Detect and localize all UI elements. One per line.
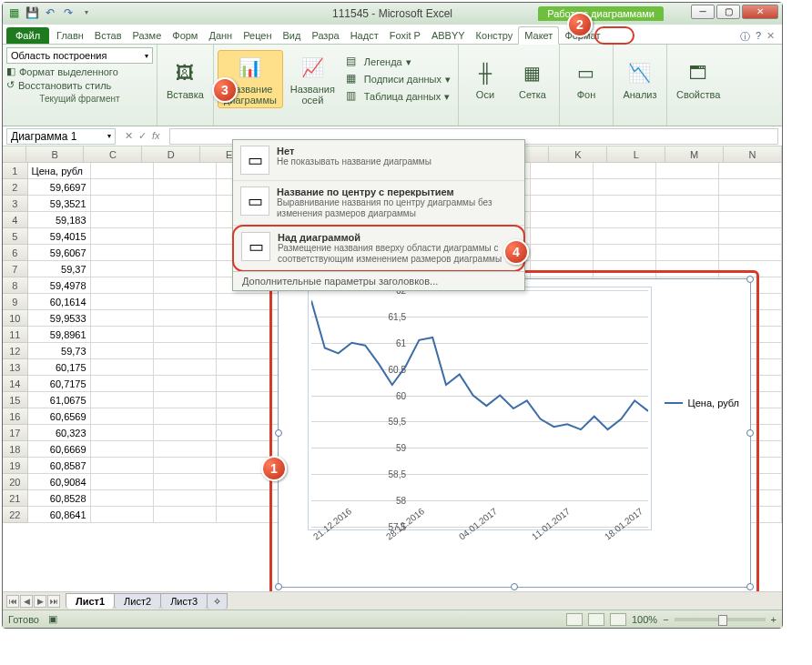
row-header[interactable]: 7 (3, 261, 28, 277)
cell[interactable] (154, 425, 217, 441)
cell[interactable] (154, 196, 217, 212)
row-header[interactable]: 4 (3, 212, 28, 228)
cell[interactable] (91, 179, 154, 196)
cell[interactable] (531, 228, 594, 245)
cell[interactable] (719, 212, 782, 228)
cell[interactable]: 60,6669 (28, 441, 91, 458)
sheet-nav-next[interactable]: ▶ (34, 595, 46, 608)
cell[interactable] (91, 376, 154, 392)
cell[interactable] (91, 245, 154, 261)
cell[interactable] (656, 179, 719, 196)
cell[interactable]: 59,4015 (28, 228, 91, 245)
resize-handle[interactable] (746, 276, 754, 283)
tab-abbyy[interactable]: ABBYY (426, 27, 471, 44)
cell[interactable] (154, 376, 217, 392)
axes-button[interactable]: ╫Оси (462, 56, 508, 102)
cell[interactable]: 60,323 (28, 425, 91, 441)
axis-titles-button[interactable]: 📈 Названия осей (285, 51, 340, 107)
cell[interactable] (719, 179, 782, 196)
sheet-tab-1[interactable]: Лист1 (66, 593, 115, 609)
row-header[interactable]: 11 (3, 327, 28, 343)
resize-handle[interactable] (275, 583, 282, 590)
cell[interactable] (91, 212, 154, 228)
cell[interactable] (154, 310, 217, 327)
reset-style-button[interactable]: ↺Восстановить стиль (6, 79, 153, 91)
cell[interactable] (531, 179, 594, 196)
cancel-icon[interactable]: ✕ (125, 130, 133, 142)
insert-button[interactable]: 🖼 Вставка (161, 56, 209, 102)
row-header[interactable]: 16 (3, 408, 28, 425)
cell[interactable] (656, 228, 719, 245)
analysis-button[interactable]: 📉Анализ (617, 56, 663, 102)
cell[interactable]: 59,6067 (28, 245, 91, 261)
cell[interactable] (91, 507, 154, 523)
ribbon-minimize-icon[interactable]: ⓘ (740, 30, 750, 44)
help-icon[interactable]: ? (756, 30, 761, 44)
minimize-button[interactable]: ─ (691, 5, 715, 19)
cell[interactable] (91, 392, 154, 408)
cell[interactable] (91, 408, 154, 425)
col-D[interactable]: D (142, 146, 200, 162)
row-header[interactable]: 21 (3, 490, 28, 507)
cell[interactable] (531, 245, 594, 261)
cell[interactable] (154, 261, 217, 277)
view-page-break[interactable] (610, 613, 626, 626)
chart-element-selector[interactable]: Область построения ▾ (6, 47, 153, 64)
sheet-nav-prev[interactable]: ◀ (20, 595, 33, 608)
cell[interactable] (91, 343, 154, 359)
cell[interactable] (154, 392, 217, 408)
tab-formulas[interactable]: Форм (167, 27, 203, 44)
col-C[interactable]: C (84, 146, 142, 162)
row-header[interactable]: 8 (3, 277, 28, 294)
row-header[interactable]: 9 (3, 294, 28, 310)
cell[interactable] (217, 376, 279, 392)
cell[interactable] (91, 310, 154, 327)
cell[interactable] (719, 163, 782, 179)
cell[interactable] (154, 212, 217, 228)
cell[interactable] (217, 425, 279, 441)
row-header[interactable]: 19 (3, 458, 28, 474)
cell[interactable] (154, 490, 217, 507)
file-tab[interactable]: Файл (6, 27, 49, 44)
tab-view[interactable]: Вид (278, 27, 307, 44)
view-page-layout[interactable] (588, 613, 604, 626)
resize-handle[interactable] (746, 583, 754, 590)
cell[interactable]: 61,0675 (28, 392, 91, 408)
select-all-corner[interactable] (3, 146, 26, 162)
cell[interactable] (531, 163, 594, 179)
enter-icon[interactable]: ✓ (138, 130, 147, 142)
row-header[interactable]: 10 (3, 310, 28, 327)
view-normal[interactable] (566, 613, 583, 626)
grid-button[interactable]: ▦Сетка (510, 56, 555, 102)
cell[interactable] (656, 245, 719, 261)
zoom-slider[interactable] (675, 618, 766, 621)
cell[interactable] (656, 261, 719, 277)
row-header[interactable]: 22 (3, 507, 28, 523)
cell[interactable] (217, 408, 279, 425)
col-K[interactable]: K (549, 146, 607, 162)
sheet-tab-3[interactable]: Лист3 (160, 593, 208, 609)
cell[interactable] (91, 458, 154, 474)
cell[interactable] (91, 327, 154, 343)
macro-record-icon[interactable]: ▣ (48, 613, 57, 625)
tab-layout[interactable]: Макет (518, 26, 559, 45)
cell[interactable] (154, 245, 217, 261)
name-box[interactable]: Диаграмма 1 ▾ (6, 128, 116, 145)
resize-handle[interactable] (275, 429, 282, 437)
cell[interactable] (594, 212, 656, 228)
redo-icon[interactable]: ↷ (61, 5, 76, 20)
cell[interactable] (594, 179, 656, 196)
plot-area[interactable] (311, 290, 648, 527)
sheet-tab-new[interactable]: ✧ (207, 593, 228, 610)
cell[interactable] (217, 343, 279, 359)
dropdown-option-centered[interactable]: ▭ Название по центру с перекрытиемВыравн… (233, 181, 524, 226)
chart-legend[interactable]: Цена, рубл (665, 398, 739, 408)
cell[interactable] (154, 277, 217, 294)
dropdown-option-above[interactable]: ▭ Над диаграммойРазмещение названия ввер… (232, 225, 525, 272)
cell[interactable] (154, 327, 217, 343)
cell[interactable] (91, 261, 154, 277)
row-header[interactable]: 12 (3, 343, 28, 359)
row-header[interactable]: 17 (3, 425, 28, 441)
cell[interactable] (217, 490, 279, 507)
cell[interactable] (531, 261, 594, 277)
